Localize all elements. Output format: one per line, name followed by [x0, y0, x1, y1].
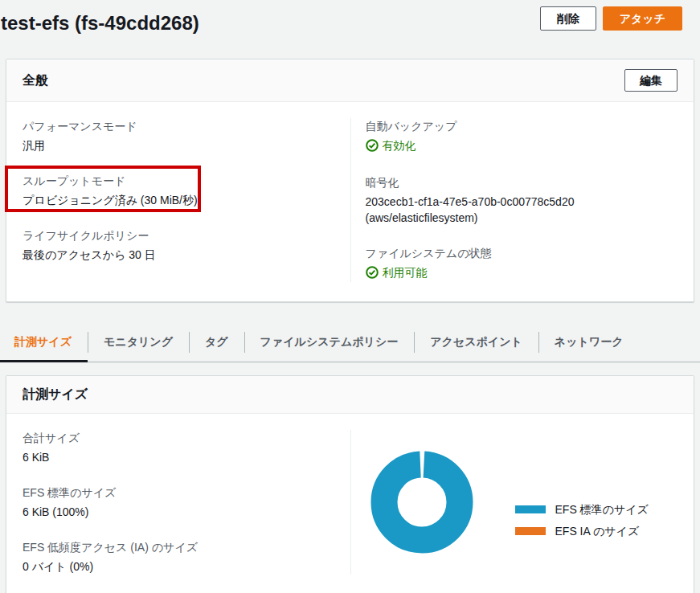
- performance-mode-label: パフォーマンスモード: [23, 118, 350, 134]
- ia-size-value: 0 バイト (0%): [23, 558, 350, 575]
- encryption-label: 暗号化: [366, 174, 678, 190]
- legend-swatch-ia: [515, 527, 546, 535]
- throughput-mode-label: スループットモード: [23, 173, 350, 189]
- tab-tags[interactable]: タグ: [189, 323, 244, 362]
- file-system-state-label: ファイルシステムの状態: [366, 245, 678, 261]
- tab-access-points[interactable]: アクセスポイント: [414, 323, 538, 362]
- general-left-column: パフォーマンスモード 汎用 スループットモード プロビジョニング済み (30 M…: [23, 118, 350, 282]
- automatic-backup-status: 有効化: [366, 137, 416, 153]
- header-actions: 削除 アタッチ: [540, 6, 682, 31]
- metered-size-panel-body: 合計サイズ 6 KiB EFS 標準のサイズ 6 KiB (100%) EFS …: [6, 414, 694, 593]
- file-system-state-status: 利用可能: [366, 264, 428, 280]
- metered-size-left-column: 合計サイズ 6 KiB EFS 標準のサイズ 6 KiB (100%) EFS …: [23, 430, 350, 575]
- efs-file-system-detail-page: test-efs (fs-49cdd268) 削除 アタッチ 全般 編集 パフォ…: [0, 0, 700, 593]
- total-size-field: 合計サイズ 6 KiB: [23, 430, 350, 465]
- attach-button[interactable]: アタッチ: [603, 6, 682, 31]
- tab-monitoring[interactable]: モニタリング: [88, 323, 189, 362]
- metered-size-donut: [366, 446, 478, 558]
- tab-metered-size[interactable]: 計測サイズ: [0, 323, 88, 362]
- check-circle-icon: [366, 139, 379, 152]
- legend-item-standard: EFS 標準のサイズ: [515, 502, 649, 517]
- general-panel: 全般 編集 パフォーマンスモード 汎用 スループットモード プロビジョニング済み…: [6, 59, 694, 302]
- lifecycle-policy-value: 最後のアクセスから 30 日: [23, 247, 350, 263]
- file-system-state-status-text: 利用可能: [383, 264, 428, 280]
- page-header: test-efs (fs-49cdd268) 削除 アタッチ: [6, 0, 694, 37]
- general-panel-header: 全般 編集: [6, 59, 694, 102]
- tab-file-system-policy[interactable]: ファイルシステムポリシー: [244, 323, 415, 362]
- performance-mode-field: パフォーマンスモード 汎用: [23, 118, 350, 153]
- legend-label-standard: EFS 標準のサイズ: [555, 502, 649, 517]
- automatic-backup-status-text: 有効化: [383, 137, 416, 153]
- chart-legend: EFS 標準のサイズ EFS IA のサイズ: [515, 502, 649, 538]
- legend-item-ia: EFS IA のサイズ: [515, 524, 649, 538]
- metered-size-panel-header: 計測サイズ: [6, 376, 694, 414]
- throughput-mode-field: スループットモード プロビジョニング済み (30 MiB/秒): [23, 173, 350, 208]
- total-size-value: 6 KiB: [23, 449, 350, 465]
- metered-size-panel-title: 計測サイズ: [23, 386, 88, 403]
- lifecycle-policy-field: ライフサイクルポリシー 最後のアクセスから 30 日: [23, 227, 350, 263]
- automatic-backup-label: 自動バックアップ: [366, 118, 678, 134]
- file-system-state-field: ファイルシステムの状態 利用可能: [366, 245, 678, 282]
- encryption-key-id: 203cecb1-cf1a-47e5-a70b-0c00778c5d20: [366, 194, 678, 210]
- total-size-label: 合計サイズ: [23, 430, 350, 446]
- ia-size-field: EFS 低頻度アクセス (IA) のサイズ 0 バイト (0%): [23, 539, 350, 575]
- standard-size-value: 6 KiB (100%): [23, 504, 350, 520]
- lifecycle-policy-label: ライフサイクルポリシー: [23, 227, 350, 243]
- edit-button[interactable]: 編集: [624, 69, 677, 92]
- detail-tabs: 計測サイズ モニタリング タグ ファイルシステムポリシー アクセスポイント ネッ…: [0, 323, 700, 362]
- encryption-field: 暗号化 203cecb1-cf1a-47e5-a70b-0c00778c5d20…: [366, 174, 678, 226]
- throughput-mode-value: プロビジョニング済み (30 MiB/秒): [23, 192, 350, 208]
- encryption-key-alias: (aws/elasticfilesystem): [366, 210, 678, 226]
- automatic-backup-field: 自動バックアップ 有効化: [366, 118, 678, 155]
- standard-size-field: EFS 標準のサイズ 6 KiB (100%): [23, 485, 350, 520]
- legend-label-ia: EFS IA のサイズ: [555, 524, 640, 538]
- check-circle-icon: [366, 266, 379, 279]
- standard-size-label: EFS 標準のサイズ: [23, 485, 350, 501]
- delete-button[interactable]: 削除: [540, 6, 596, 31]
- performance-mode-value: 汎用: [23, 137, 350, 153]
- metered-size-panel: 計測サイズ 合計サイズ 6 KiB EFS 標準のサイズ 6 KiB (100%…: [6, 375, 694, 593]
- ia-size-label: EFS 低頻度アクセス (IA) のサイズ: [23, 539, 350, 555]
- tab-network[interactable]: ネットワーク: [538, 323, 640, 362]
- legend-swatch-standard: [515, 505, 546, 513]
- general-panel-title: 全般: [23, 72, 48, 89]
- general-right-column: 自動バックアップ 有効化 暗号化 203cecb1-cf1a-47e5-a70b…: [350, 118, 678, 282]
- general-panel-body: パフォーマンスモード 汎用 スループットモード プロビジョニング済み (30 M…: [6, 102, 694, 301]
- metered-size-chart-area: EFS 標準のサイズ EFS IA のサイズ: [350, 430, 678, 575]
